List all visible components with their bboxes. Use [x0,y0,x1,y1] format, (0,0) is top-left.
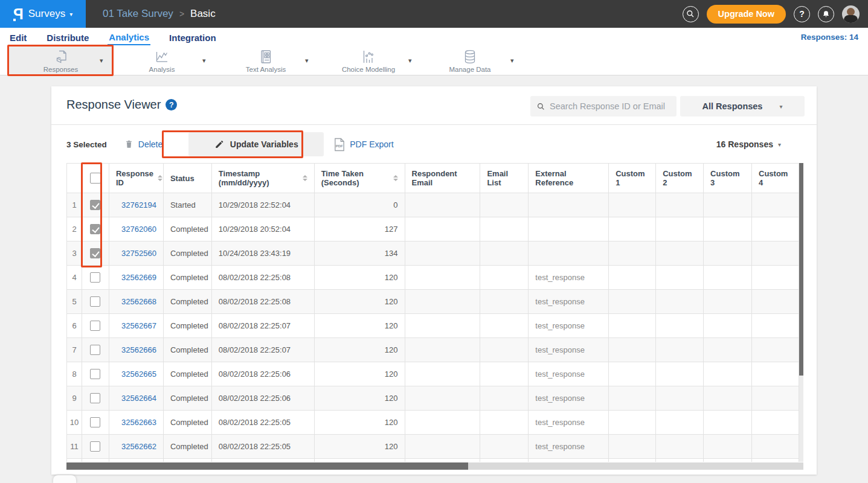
row-checkbox[interactable] [90,248,100,258]
row-checkbox[interactable] [90,345,100,355]
chevron-down-icon[interactable]: ▾ [202,57,206,65]
pdf-export-button[interactable]: PDF Export [350,139,393,149]
cell-external_reference [529,217,609,242]
chevron-down-icon[interactable]: ▾ [100,57,103,65]
column-header-checkbox [82,163,109,193]
table-row: 932562664Completed08/02/2018 22:25:06120… [67,386,799,411]
ribbon-item-choice-modelling[interactable]: Choice Modelling [332,46,405,75]
column-header-custom4: Custom 4 [752,163,799,193]
cell-id[interactable]: 32562665 [109,362,164,386]
ribbon-item-responses[interactable]: Responses [8,46,113,75]
chevron-down-icon[interactable]: ▾ [510,57,514,65]
row-checkbox[interactable] [90,417,100,427]
cell-custom3 [704,217,752,242]
row-number: 8 [67,362,82,386]
cell-id[interactable]: 32562667 [109,314,164,338]
trash-icon[interactable] [124,139,134,150]
vertical-scrollbar[interactable] [799,163,803,462]
cell-id[interactable]: 32562669 [109,266,164,290]
horizontal-scrollbar-thumb[interactable] [66,462,468,470]
column-label: Custom 1 [616,169,649,187]
response-search-input[interactable] [550,101,670,111]
cell-id[interactable]: 32752560 [109,242,164,266]
cell-id[interactable]: 32762060 [109,217,164,242]
column-label: Custom 2 [663,169,696,187]
row-checkbox[interactable] [90,200,100,210]
cell-custom2 [656,290,704,314]
cell-custom4 [752,266,799,290]
vertical-scrollbar-thumb[interactable] [799,163,803,376]
cell-respondent_email [405,435,481,459]
chevron-down-icon[interactable]: ▾ [408,57,412,65]
select-all-checkbox[interactable] [90,173,101,184]
column-header-num [67,163,82,193]
cell-custom3 [704,435,752,459]
bell-icon [821,10,831,19]
cell-id[interactable]: 32562661 [109,459,164,462]
ribbon-label: Choice Modelling [342,66,395,73]
cell-id[interactable]: 32562664 [109,386,164,411]
response-viewer-panel: Response Viewer ? All Responses ▾ 3 Sele… [51,86,817,475]
table-row: 132762194Started10/29/2018 22:52:040 [67,193,799,217]
help-icon[interactable]: ? [166,99,177,110]
analytics-ribbon: Responses ▾ Analysis ▾ Text Analysis ▾ [0,46,868,75]
row-checkbox-cell [82,242,109,266]
row-checkbox[interactable] [90,321,100,331]
ribbon-label: Manage Data [449,66,490,73]
pencil-icon [214,139,224,149]
sort-icon[interactable] [393,175,398,181]
cell-time_taken: 120 [315,435,405,459]
response-filter-dropdown[interactable]: All Responses ▾ [680,96,805,117]
row-checkbox[interactable] [90,369,100,379]
sort-icon[interactable] [303,175,307,181]
chat-widget-fragment[interactable] [53,475,76,483]
horizontal-scrollbar[interactable] [66,462,803,470]
upgrade-now-button[interactable]: Upgrade Now [707,5,786,24]
row-checkbox[interactable] [90,224,100,234]
breadcrumb-survey-link[interactable]: 01 Take Survey [103,8,173,20]
cell-id[interactable]: 32562663 [109,411,164,435]
row-checkbox-cell [82,290,109,314]
row-checkbox[interactable] [90,441,100,452]
cell-timestamp: 08/02/2018 22:25:08 [212,290,315,314]
responses-page-dropdown[interactable]: 16 Responses ▾ [716,139,781,149]
cell-external_reference: test_response [529,338,609,362]
cell-custom1 [609,435,656,459]
pdf-file-icon[interactable]: PDF [333,138,346,152]
sort-icon[interactable] [158,175,162,181]
table-row: 1232562661Completed08/02/2018 22:25:0412… [67,459,799,462]
tab-integration[interactable]: Integration [168,30,217,45]
cell-timestamp: 08/02/2018 22:25:04 [212,459,315,462]
cell-id[interactable]: 32562666 [109,338,164,362]
row-checkbox[interactable] [90,393,100,403]
text-analysis-icon [258,49,274,65]
search-button[interactable] [683,6,699,22]
user-avatar[interactable] [842,5,860,23]
table-row: 532562668Completed08/02/2018 22:25:08120… [67,290,799,314]
cell-external_reference: test_response [529,411,609,435]
cell-id[interactable]: 32562668 [109,290,164,314]
breadcrumb-current-page: Basic [190,8,216,20]
cell-email_list [480,459,529,462]
ribbon-item-manage-data[interactable]: Manage Data [437,46,503,75]
ribbon-item-text-analysis[interactable]: Text Analysis [233,46,299,75]
chevron-down-icon[interactable]: ▾ [305,57,309,65]
help-button[interactable]: ? [794,6,810,22]
notifications-button[interactable] [818,6,834,22]
tab-edit[interactable]: Edit [8,30,28,45]
tab-distribute[interactable]: Distribute [45,30,90,45]
cell-custom1 [609,217,656,242]
tab-analytics[interactable]: Analytics [108,30,150,45]
cell-email_list [480,338,529,362]
update-variables-button[interactable]: Update Variables [188,132,324,156]
cell-respondent_email [405,242,481,266]
product-switcher[interactable]: P Surveys ▾ [0,0,86,28]
cell-id[interactable]: 32762194 [109,193,164,217]
ribbon-item-analysis[interactable]: Analysis [129,46,195,75]
row-checkbox[interactable] [90,296,100,307]
column-label: Timestamp (mm/dd/yyyy) [219,169,298,187]
delete-button[interactable]: Delete [138,139,162,149]
cell-id[interactable]: 32562662 [109,435,164,459]
cell-email_list [480,290,529,314]
row-checkbox[interactable] [90,272,100,283]
